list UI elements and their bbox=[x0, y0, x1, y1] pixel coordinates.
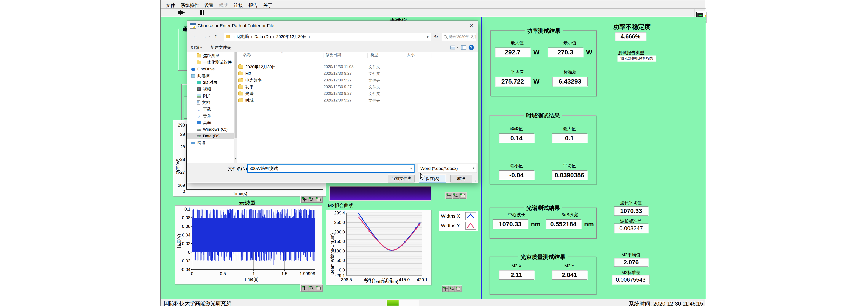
dialog-titlebar[interactable]: Choose or Enter Path of Folder or File × bbox=[187, 21, 478, 31]
breadcrumb-item-drive[interactable]: Data (D:) bbox=[254, 34, 271, 39]
run-button-icon[interactable] bbox=[180, 10, 185, 15]
organize-button[interactable]: 组织▾ bbox=[191, 45, 202, 50]
svg-text:420.1: 420.1 bbox=[417, 277, 428, 282]
pan-hand-icon[interactable] bbox=[455, 286, 461, 292]
sidebar-item-网络[interactable]: 网络 bbox=[187, 139, 234, 146]
column-header-name[interactable]: 名称 bbox=[243, 52, 251, 59]
sidebar-item-焦距测量[interactable]: 焦距测量 bbox=[187, 52, 234, 59]
sidebar-item-3D 对象[interactable]: 3D 对象 bbox=[187, 79, 234, 86]
crosshair-icon[interactable] bbox=[301, 285, 308, 291]
m2-avg-value: 2.076 bbox=[614, 258, 648, 267]
forward-icon[interactable]: → bbox=[202, 33, 207, 39]
value-box: 0.14 bbox=[499, 133, 534, 143]
breadcrumb[interactable]: › 此电脑 › Data (D:) › 2020年12月30日 › ▾ bbox=[224, 33, 431, 41]
crosshair-icon[interactable] bbox=[446, 193, 453, 199]
system-time: 系统时间: 2020-12-30 11:46:15 bbox=[629, 300, 703, 306]
scrollbar-thumb[interactable] bbox=[235, 52, 237, 138]
spectrum-results-box: 光谱测试结果 中心波长1070.33nm3dB线宽0.552184nm bbox=[490, 207, 597, 239]
menu-item-模式[interactable]: 模式 bbox=[216, 2, 231, 8]
breadcrumb-item-folder[interactable]: 2020年12月30日 bbox=[276, 34, 307, 39]
change-view-icon[interactable] bbox=[451, 45, 455, 49]
value-box: 1070.33 bbox=[493, 219, 528, 229]
up-icon[interactable]: ↑ bbox=[214, 33, 217, 39]
menu-item-报告[interactable]: 报告 bbox=[246, 2, 260, 8]
filetype-dropdown-icon[interactable]: ▾ bbox=[473, 164, 474, 172]
cancel-button[interactable]: 取消 bbox=[451, 175, 472, 182]
refresh-icon[interactable]: ↻ bbox=[432, 33, 440, 41]
file-row-2020年12月30日[interactable]: 2020年12月30日2020/12/30 11:03文件夹 bbox=[237, 64, 478, 70]
pan-hand-icon[interactable] bbox=[315, 285, 322, 291]
zoom-icon[interactable] bbox=[449, 286, 455, 292]
sidebar-item-一体化测试软件[interactable]: 一体化测试软件 bbox=[187, 59, 234, 66]
resize-grip[interactable]: ⋮⋮ bbox=[474, 179, 477, 182]
close-icon[interactable]: × bbox=[467, 22, 476, 30]
file-row-光谱[interactable]: 光谱2020/12/30 9:27文件夹 bbox=[237, 90, 478, 97]
result-field-中心波长: 中心波长1070.33nm bbox=[490, 212, 543, 229]
pan-hand-icon[interactable] bbox=[315, 197, 322, 203]
zoom-icon[interactable] bbox=[308, 285, 315, 291]
oscilloscope-graph-palette[interactable] bbox=[300, 196, 323, 203]
pan-hand-icon[interactable] bbox=[460, 193, 466, 199]
filename-dropdown-icon[interactable]: ▾ bbox=[410, 165, 412, 172]
intensity-graph-palette[interactable] bbox=[444, 192, 467, 199]
view-dropdown-icon[interactable]: ▾ bbox=[457, 46, 458, 49]
filename-input[interactable]: 300W烤机测试 ▾ bbox=[247, 164, 414, 173]
history-dropdown-icon[interactable]: ▾ bbox=[209, 35, 210, 38]
sidebar-item-下载[interactable]: ↓下载 bbox=[187, 106, 234, 112]
sidebar-item-OneDrive[interactable]: OneDrive bbox=[187, 66, 234, 72]
column-header-date[interactable]: 修改日期 bbox=[326, 52, 341, 59]
folder-icon bbox=[239, 78, 243, 82]
crosshair-icon[interactable] bbox=[301, 197, 308, 203]
filetype-select[interactable]: Word (*.doc;*.docx) ▾ bbox=[418, 164, 477, 173]
sidebar-item-Data (D:)[interactable]: Data (D:) bbox=[187, 133, 234, 139]
svg-text:0.04: 0.04 bbox=[182, 233, 190, 237]
sidebar-scrollbar[interactable] bbox=[234, 52, 237, 163]
sidebar-item-视频[interactable]: 视频 bbox=[187, 86, 234, 93]
report-type-value[interactable]: 激光器整机烤机报告 bbox=[618, 56, 656, 62]
svg-text:50.0: 50.0 bbox=[337, 258, 345, 263]
menu-item-系统操作[interactable]: 系统操作 bbox=[178, 2, 202, 8]
m2-graph-palette[interactable] bbox=[441, 285, 462, 292]
crosshair-icon[interactable] bbox=[442, 286, 449, 292]
preview-pane-icon[interactable] bbox=[461, 45, 466, 50]
menu-item-设置[interactable]: 设置 bbox=[202, 2, 216, 8]
menu-item-文件[interactable]: 文件 bbox=[163, 2, 178, 8]
svg-text:150.0: 150.0 bbox=[334, 239, 345, 244]
doc-icon bbox=[197, 100, 200, 104]
breadcrumb-dropdown-icon[interactable]: ▾ bbox=[427, 34, 429, 39]
sidebar-item-图片[interactable]: 图片 bbox=[187, 93, 234, 99]
column-header-size[interactable]: 大小 bbox=[407, 52, 414, 59]
scrollbar-down-icon[interactable]: ▾ bbox=[234, 157, 237, 161]
power-chart-xlabel: Time(s) bbox=[233, 191, 247, 196]
menu-item-连接[interactable]: 连接 bbox=[231, 2, 246, 8]
file-row-时域[interactable]: 时域2020/12/30 9:27文件夹 bbox=[237, 97, 478, 104]
legend-item-Widths X[interactable]: Widths X bbox=[441, 212, 476, 220]
file-row-M2[interactable]: M22020/12/30 9:27文件夹 bbox=[237, 70, 478, 77]
help-icon[interactable]: ? bbox=[469, 45, 474, 50]
pause-button-icon[interactable] bbox=[200, 10, 205, 15]
new-folder-button[interactable]: 新建文件夹 bbox=[211, 45, 231, 50]
sidebar-item-此电脑[interactable]: 此电脑 bbox=[187, 72, 234, 79]
column-header-type[interactable]: 类型 bbox=[370, 52, 378, 59]
labview-toolbar: ? 2 bbox=[161, 9, 706, 16]
oscilloscope-graph-palette-2[interactable] bbox=[300, 284, 323, 292]
m2-chart[interactable]: Beam Widths-D4(um) 299.4250.0200.0150.01… bbox=[326, 210, 431, 285]
menu-item-关于[interactable]: 关于 bbox=[260, 2, 275, 8]
back-icon[interactable]: ← bbox=[192, 33, 198, 39]
m2-chart-title: M2拟合曲线 bbox=[328, 202, 353, 209]
sidebar-item-桌面[interactable]: 桌面 bbox=[187, 119, 234, 126]
sidebar-item-Windows (C:)[interactable]: Windows (C:) bbox=[187, 126, 234, 133]
file-row-功率[interactable]: 功率2020/12/30 9:27文件夹 bbox=[237, 83, 478, 90]
breadcrumb-item-computer[interactable]: 此电脑 bbox=[237, 34, 249, 39]
zoom-icon[interactable] bbox=[453, 193, 459, 199]
oscilloscope-xlabel: Time(s) bbox=[244, 277, 258, 282]
folder-icon bbox=[239, 85, 243, 89]
file-row-电光效率[interactable]: 电光效率2020/12/30 9:27文件夹 bbox=[237, 77, 478, 83]
search-input[interactable]: 搜索"2020年12月30日" bbox=[442, 33, 476, 41]
current-folder-button[interactable]: 当前文件夹 bbox=[388, 175, 414, 182]
sidebar-item-音乐[interactable]: ♪音乐 bbox=[187, 112, 234, 119]
legend-item-Widths Y[interactable]: Widths Y bbox=[441, 222, 476, 230]
sidebar-item-文档[interactable]: 文档 bbox=[187, 99, 234, 106]
zoom-icon[interactable] bbox=[308, 197, 315, 203]
oscilloscope-chart[interactable]: 幅度(V) 0.10.080.060.040.020-0.02-0.0400.5… bbox=[175, 205, 322, 284]
